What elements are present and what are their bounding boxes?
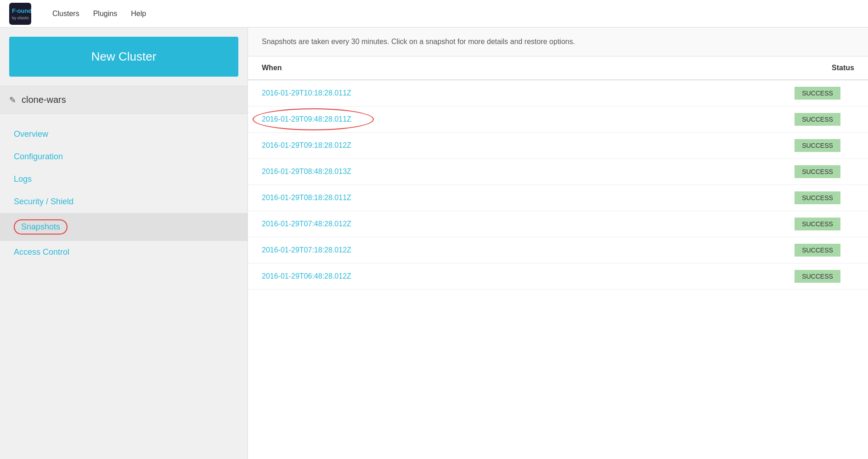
status-badge: SUCCESS [795,244,840,257]
snapshot-status-6: SUCCESS [781,244,854,257]
snapshot-when-6[interactable]: 2016-01-29T07:18:28.012Z [262,246,781,254]
layout: New Cluster ✎ clone-wars Overview Config… [0,28,868,459]
snapshot-when-3[interactable]: 2016-01-29T08:48:28.013Z [262,168,781,176]
cluster-item[interactable]: ✎ clone-wars [0,86,248,114]
status-badge: SUCCESS [795,139,840,152]
snapshot-status-0: SUCCESS [781,87,854,100]
table-header: When Status [248,56,868,80]
snapshot-when-1[interactable]: 2016-01-29T09:48:28.011Z [262,115,781,123]
svg-text:by elastic: by elastic [12,16,29,20]
sidebar-link-snapshots[interactable]: Snapshots [14,222,68,231]
found-logo-icon: F·ound by elastic [9,3,31,25]
col-header-status: Status [781,64,854,72]
sidebar-item-security[interactable]: Security / Shield [0,190,248,213]
table-row[interactable]: 2016-01-29T06:48:28.012ZSUCCESS [248,263,868,290]
sidebar-item-snapshots[interactable]: Snapshots [0,213,248,241]
edit-icon: ✎ [9,95,16,105]
snapshot-status-3: SUCCESS [781,165,854,178]
snapshot-status-7: SUCCESS [781,270,854,283]
table-row[interactable]: 2016-01-29T08:18:28.011ZSUCCESS [248,185,868,211]
sidebar-link-configuration[interactable]: Configuration [14,152,63,161]
svg-text:F·ound: F·ound [12,7,31,14]
table-row[interactable]: 2016-01-29T08:48:28.013ZSUCCESS [248,159,868,185]
status-badge: SUCCESS [795,113,840,126]
sidebar-item-overview[interactable]: Overview [0,123,248,146]
snapshot-when-5[interactable]: 2016-01-29T07:48:28.012Z [262,220,781,228]
table-row[interactable]: 2016-01-29T10:18:28.011ZSUCCESS [248,80,868,106]
snapshot-when-4[interactable]: 2016-01-29T08:18:28.011Z [262,194,781,202]
snapshot-status-5: SUCCESS [781,218,854,230]
status-badge: SUCCESS [795,218,840,230]
table-row[interactable]: 2016-01-29T09:48:28.011ZSUCCESS [248,106,868,133]
sidebar-link-overview[interactable]: Overview [14,129,48,139]
sidebar-link-security[interactable]: Security / Shield [14,197,73,206]
sidebar-item-logs[interactable]: Logs [0,168,248,190]
sidebar-link-logs[interactable]: Logs [14,174,32,184]
new-cluster-button[interactable]: New Cluster [9,37,238,77]
table-row[interactable]: 2016-01-29T07:18:28.012ZSUCCESS [248,237,868,263]
table-row[interactable]: 2016-01-29T07:48:28.012ZSUCCESS [248,211,868,237]
status-badge: SUCCESS [795,165,840,178]
sidebar-item-access-control[interactable]: Access Control [0,241,248,263]
snapshot-status-2: SUCCESS [781,139,854,152]
sidebar-link-access-control[interactable]: Access Control [14,247,69,257]
logo: F·ound by elastic [9,3,34,25]
col-header-when: When [262,64,781,72]
status-badge: SUCCESS [795,87,840,100]
snapshot-when-7[interactable]: 2016-01-29T06:48:28.012Z [262,272,781,280]
main-content: Snapshots are taken every 30 minutes. Cl… [248,28,868,459]
main-nav: Clusters Plugins Help [52,10,146,18]
sidebar: New Cluster ✎ clone-wars Overview Config… [0,28,248,459]
nav-help[interactable]: Help [131,10,146,17]
snapshot-status-1: SUCCESS [781,113,854,126]
snapshot-table-body: 2016-01-29T10:18:28.011ZSUCCESS2016-01-2… [248,80,868,290]
header: F·ound by elastic Clusters Plugins Help [0,0,868,28]
nav-plugins[interactable]: Plugins [93,10,117,17]
info-text: Snapshots are taken every 30 minutes. Cl… [262,38,575,45]
sidebar-item-configuration[interactable]: Configuration [0,146,248,168]
snapshot-when-0[interactable]: 2016-01-29T10:18:28.011Z [262,89,781,97]
snapshot-status-4: SUCCESS [781,191,854,204]
table-row[interactable]: 2016-01-29T09:18:28.012ZSUCCESS [248,133,868,159]
snapshots-circle-highlight: Snapshots [14,219,68,235]
sidebar-nav: Overview Configuration Logs Security / S… [0,118,248,268]
info-banner: Snapshots are taken every 30 minutes. Cl… [248,28,868,56]
nav-clusters[interactable]: Clusters [52,10,79,17]
status-badge: SUCCESS [795,270,840,283]
snapshot-when-2[interactable]: 2016-01-29T09:18:28.012Z [262,141,781,150]
status-badge: SUCCESS [795,191,840,204]
cluster-name: clone-wars [22,95,66,105]
